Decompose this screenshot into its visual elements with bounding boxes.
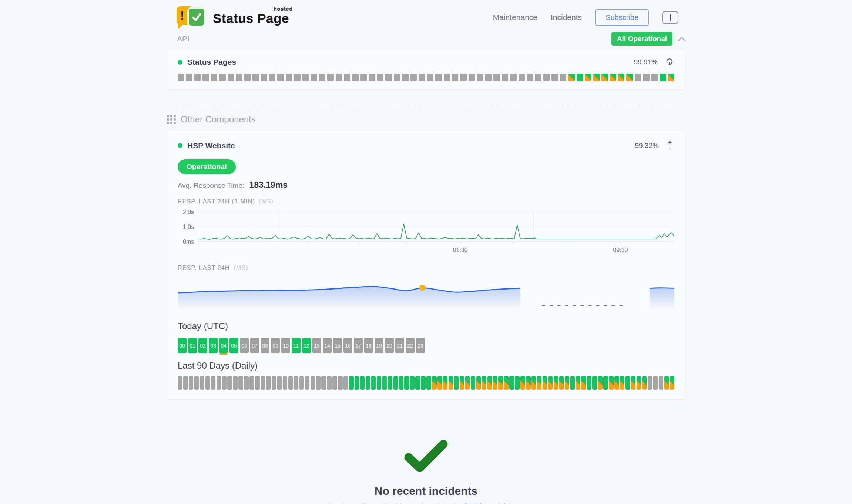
uptime-bar-nodata[interactable]	[360, 74, 367, 81]
uptime-bar-nodata[interactable]	[327, 376, 331, 390]
uptime-bar-degraded[interactable]	[437, 376, 442, 390]
uptime-bar-nodata[interactable]	[255, 376, 259, 390]
uptime-bar-degraded[interactable]	[610, 74, 616, 81]
uptime-bar-degraded[interactable]	[493, 376, 497, 390]
uptime-bar-nodata[interactable]	[651, 74, 658, 81]
uptime-bar-nodata[interactable]	[205, 376, 210, 390]
hour-box-17[interactable]: 17	[354, 338, 363, 353]
uptime-bar-nodata[interactable]	[252, 74, 259, 81]
uptime-bar-nodata[interactable]	[560, 74, 566, 81]
uptime-bar-operational[interactable]	[415, 376, 420, 390]
uptime-bar-degraded[interactable]	[559, 376, 564, 390]
uptime-bar-nodata[interactable]	[477, 74, 483, 81]
uptime-bar-nodata[interactable]	[653, 376, 658, 390]
theme-toggle-button[interactable]	[662, 11, 678, 24]
hour-box-12[interactable]: 12	[302, 338, 311, 353]
uptime-bar-degraded[interactable]	[626, 74, 633, 81]
uptime-bar-operational[interactable]	[393, 376, 398, 390]
uptime-bar-operational[interactable]	[388, 376, 392, 390]
uptime-bar-nodata[interactable]	[311, 74, 317, 81]
uptime-bar-nodata[interactable]	[327, 74, 333, 81]
hour-box-21[interactable]: 21	[395, 338, 404, 353]
uptime-bar-degraded[interactable]	[526, 376, 530, 390]
uptime-bar-nodata[interactable]	[444, 74, 450, 81]
uptime-bar-degraded[interactable]	[670, 376, 674, 390]
uptime-bar-nodata[interactable]	[194, 376, 199, 390]
uptime-bar-nodata[interactable]	[277, 74, 284, 81]
uptime-bar-operational[interactable]	[404, 376, 409, 390]
uptime-bar-nodata[interactable]	[178, 74, 184, 81]
hour-box-07[interactable]: 07	[250, 338, 259, 353]
uptime-bar-nodata[interactable]	[659, 376, 663, 390]
uptime-bar-degraded[interactable]	[554, 376, 558, 390]
uptime-bar-nodata[interactable]	[217, 376, 221, 390]
uptime-bar-degraded[interactable]	[443, 376, 447, 390]
uptime-bar-degraded[interactable]	[618, 74, 624, 81]
hour-box-04[interactable]: 04	[219, 338, 228, 353]
uptime-bar-nodata[interactable]	[219, 74, 225, 81]
uptime-bar-nodata[interactable]	[261, 74, 267, 81]
uptime-bar-operational[interactable]	[570, 376, 575, 390]
uptime-bar-nodata[interactable]	[527, 74, 533, 81]
uptime-bar-nodata[interactable]	[452, 74, 458, 81]
hour-box-02[interactable]: 02	[198, 338, 207, 353]
uptime-bar-nodata[interactable]	[227, 376, 232, 390]
hour-box-10[interactable]: 10	[281, 338, 290, 353]
uptime-bar-operational[interactable]	[377, 376, 381, 390]
hour-box-09[interactable]: 09	[271, 338, 280, 353]
uptime-bar-nodata[interactable]	[493, 74, 500, 81]
uptime-bar-degraded[interactable]	[565, 376, 569, 390]
uptime-bar-nodata[interactable]	[419, 74, 425, 81]
uptime-bar-degraded[interactable]	[531, 376, 536, 390]
uptime-bar-nodata[interactable]	[338, 376, 342, 390]
subscribe-button[interactable]: Subscribe	[595, 9, 649, 26]
nav-incidents[interactable]: Incidents	[551, 13, 582, 22]
uptime-bar-degraded[interactable]	[548, 376, 553, 390]
uptime-bar-nodata[interactable]	[311, 376, 315, 390]
uptime-bar-degraded[interactable]	[614, 376, 619, 390]
uptime-bar-operational[interactable]	[371, 376, 376, 390]
logo[interactable]: ! Status Page hosted	[177, 5, 289, 30]
uptime-bar-degraded[interactable]	[637, 376, 641, 390]
hour-box-05[interactable]: 05	[229, 338, 238, 353]
uptime-bar-nodata[interactable]	[266, 376, 271, 390]
incidents-history-link[interactable]: incidents history	[464, 502, 522, 504]
uptime-bar-nodata[interactable]	[635, 74, 641, 81]
hour-box-16[interactable]: 16	[343, 338, 352, 353]
uptime-bar-nodata[interactable]	[244, 376, 248, 390]
uptime-bar-nodata[interactable]	[222, 376, 227, 390]
uptime-bar-operational[interactable]	[587, 376, 591, 390]
chevron-up-icon[interactable]	[678, 37, 686, 41]
hour-box-06[interactable]: 06	[240, 338, 249, 353]
uptime-bar-operational[interactable]	[366, 376, 370, 390]
uptime-bar-operational[interactable]	[355, 376, 359, 390]
uptime-bar-nodata[interactable]	[469, 74, 475, 81]
hour-box-23[interactable]: 23	[416, 338, 425, 353]
hour-box-15[interactable]: 15	[333, 338, 342, 353]
uptime-bar-nodata[interactable]	[502, 74, 508, 81]
uptime-bar-operational[interactable]	[577, 74, 583, 81]
uptime-bar-nodata[interactable]	[211, 376, 215, 390]
hour-box-08[interactable]: 08	[261, 338, 269, 353]
line-chart-plot[interactable]: 01:3009:30	[198, 210, 674, 244]
uptime-bar-nodata[interactable]	[394, 74, 400, 81]
uptime-bar-nodata[interactable]	[643, 74, 649, 81]
uptime-bar-degraded[interactable]	[504, 376, 508, 390]
hour-box-19[interactable]: 19	[375, 338, 383, 353]
uptime-bar-nodata[interactable]	[299, 376, 304, 390]
hour-box-14[interactable]: 14	[323, 338, 332, 353]
uptime-bar-nodata[interactable]	[343, 376, 348, 390]
uptime-bar-nodata[interactable]	[211, 74, 217, 81]
uptime-bar-degraded[interactable]	[581, 376, 586, 390]
uptime-bar-operational[interactable]	[592, 376, 597, 390]
uptime-bar-degraded[interactable]	[576, 376, 580, 390]
uptime-bar-nodata[interactable]	[410, 74, 417, 81]
uptime-bar-operational[interactable]	[399, 376, 403, 390]
uptime-bar-nodata[interactable]	[183, 376, 188, 390]
uptime-bar-degraded[interactable]	[568, 74, 574, 81]
uptime-bar-degraded[interactable]	[460, 376, 464, 390]
nav-maintenance[interactable]: Maintenance	[493, 13, 537, 22]
uptime-bar-nodata[interactable]	[352, 74, 359, 81]
uptime-bar-nodata[interactable]	[321, 376, 326, 390]
uptime-bar-nodata[interactable]	[510, 74, 516, 81]
